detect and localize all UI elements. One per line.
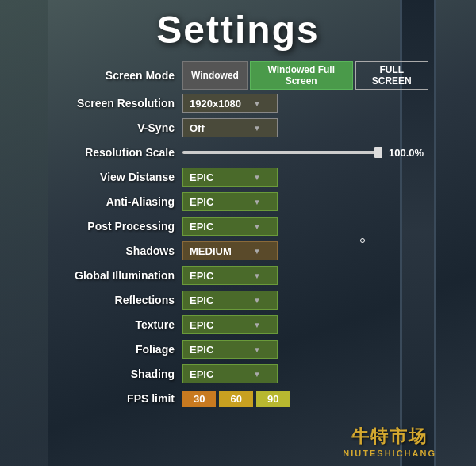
fps-limit-row: FPS limit 30 60 90 — [48, 387, 428, 410]
foliage-label: Foliage — [48, 343, 182, 356]
texture-dropdown[interactable]: EPIC ▼ — [182, 315, 278, 334]
watermark-cn-text: 牛特市场 — [343, 425, 436, 449]
post-processing-value: EPIC — [190, 221, 213, 233]
vsync-value: Off — [190, 122, 205, 134]
view-distance-row: View Distanse EPIC ▼ — [48, 166, 428, 188]
screen-mode-row: Screen Mode Windowed Windowed Full Scree… — [48, 61, 428, 90]
dropdown-arrow-icon: ▼ — [253, 321, 261, 329]
main-container: Settings Screen Mode Windowed Windowed F… — [0, 0, 476, 466]
dropdown-arrow-icon: ▼ — [253, 370, 261, 379]
fps-limit-control: 30 60 90 — [182, 391, 428, 407]
resolution-scale-value: 100.0% — [389, 147, 428, 159]
anti-aliasing-control: EPIC ▼ — [182, 192, 428, 211]
post-processing-dropdown[interactable]: EPIC ▼ — [182, 217, 278, 236]
screen-resolution-dropdown[interactable]: 1920x1080 ▼ — [182, 94, 278, 113]
view-distance-label: View Distanse — [48, 171, 182, 183]
vsync-label: V-Sync — [48, 121, 182, 134]
reflections-row: Reflections EPIC ▼ — [48, 289, 428, 311]
shading-value: EPIC — [190, 368, 213, 380]
resolution-scale-label: Resolution Scale — [48, 146, 182, 159]
global-illumination-control: EPIC ▼ — [182, 266, 428, 285]
page-title: Settings — [156, 8, 319, 52]
foliage-control: EPIC ▼ — [182, 340, 428, 359]
screen-mode-group: Windowed Windowed Full Screen FULL SCREE… — [182, 61, 428, 90]
post-processing-row: Post Processing EPIC ▼ — [48, 215, 428, 237]
dropdown-arrow-icon: ▼ — [253, 124, 261, 133]
dropdown-arrow-icon: ▼ — [253, 345, 261, 354]
texture-value: EPIC — [190, 319, 213, 331]
windowed-fullscreen-button[interactable]: Windowed Full Screen — [250, 61, 353, 90]
foliage-value: EPIC — [190, 344, 213, 356]
settings-panel: Screen Mode Windowed Windowed Full Scree… — [48, 61, 428, 410]
shadows-label: Shadows — [48, 245, 182, 257]
slider-fill — [182, 151, 382, 154]
screen-mode-control: Windowed Windowed Full Screen FULL SCREE… — [182, 61, 428, 90]
view-distance-value: EPIC — [190, 171, 213, 183]
reflections-dropdown[interactable]: EPIC ▼ — [182, 291, 278, 310]
fps-90-button[interactable]: 90 — [256, 391, 290, 407]
post-processing-control: EPIC ▼ — [182, 217, 428, 236]
cursor-indicator — [360, 238, 365, 243]
anti-aliasing-dropdown[interactable]: EPIC ▼ — [182, 192, 278, 211]
foliage-dropdown[interactable]: EPIC ▼ — [182, 340, 278, 359]
resolution-scale-control: 100.0% — [182, 147, 428, 159]
post-processing-label: Post Processing — [48, 220, 182, 233]
windowed-button[interactable]: Windowed — [182, 61, 248, 90]
screen-resolution-label: Screen Resolution — [48, 97, 182, 110]
fps-60-button[interactable]: 60 — [219, 391, 252, 407]
dropdown-arrow-icon: ▼ — [253, 198, 261, 206]
texture-row: Texture EPIC ▼ — [48, 314, 428, 336]
shading-dropdown[interactable]: EPIC ▼ — [182, 364, 278, 383]
global-illumination-dropdown[interactable]: EPIC ▼ — [182, 266, 278, 285]
anti-aliasing-label: Anti-Aliasing — [48, 195, 182, 208]
screen-resolution-control: 1920x1080 ▼ — [182, 94, 428, 113]
fullscreen-button[interactable]: FULL SCREEN — [355, 61, 429, 90]
global-illumination-label: Global Illumination — [48, 269, 182, 282]
dropdown-arrow-icon: ▼ — [253, 99, 261, 108]
reflections-control: EPIC ▼ — [182, 291, 428, 310]
shadows-row: Shadows MEDIUM ▼ — [48, 240, 428, 262]
dropdown-arrow-icon: ▼ — [253, 173, 261, 182]
watermark: 牛特市场 NIUTESHICHANG — [343, 425, 436, 458]
fps-limit-label: FPS limit — [48, 392, 182, 405]
texture-control: EPIC ▼ — [182, 315, 428, 334]
fps-group: 30 60 90 — [182, 391, 290, 407]
dropdown-arrow-icon: ▼ — [253, 272, 261, 280]
global-illumination-row: Global Illumination EPIC ▼ — [48, 264, 428, 287]
anti-aliasing-value: EPIC — [190, 196, 213, 208]
shading-label: Shading — [48, 368, 182, 380]
resolution-scale-slider[interactable] — [182, 151, 382, 154]
dropdown-arrow-icon: ▼ — [253, 247, 261, 256]
reflections-value: EPIC — [190, 295, 213, 306]
texture-label: Texture — [48, 318, 182, 331]
slider-thumb — [374, 147, 382, 158]
shading-control: EPIC ▼ — [182, 364, 428, 383]
shadows-dropdown[interactable]: MEDIUM ▼ — [182, 241, 278, 260]
foliage-row: Foliage EPIC ▼ — [48, 338, 428, 360]
vsync-row: V-Sync Off ▼ — [48, 117, 428, 139]
screen-mode-label: Screen Mode — [48, 69, 182, 82]
vsync-control: Off ▼ — [182, 118, 428, 137]
global-illumination-value: EPIC — [190, 270, 213, 282]
fps-30-button[interactable]: 30 — [182, 391, 216, 407]
screen-resolution-value: 1920x1080 — [190, 98, 241, 110]
dropdown-arrow-icon: ▼ — [253, 222, 261, 231]
screen-resolution-row: Screen Resolution 1920x1080 ▼ — [48, 92, 428, 114]
vsync-dropdown[interactable]: Off ▼ — [182, 118, 278, 137]
reflections-label: Reflections — [48, 294, 182, 306]
shading-row: Shading EPIC ▼ — [48, 363, 428, 385]
shadows-control: MEDIUM ▼ — [182, 241, 428, 260]
view-distance-control: EPIC ▼ — [182, 168, 428, 187]
dropdown-arrow-icon: ▼ — [253, 296, 261, 305]
watermark-en-text: NIUTESHICHANG — [343, 449, 436, 458]
anti-aliasing-row: Anti-Aliasing EPIC ▼ — [48, 191, 428, 213]
resolution-scale-row: Resolution Scale 100.0% — [48, 141, 428, 164]
shadows-value: MEDIUM — [190, 245, 232, 257]
view-distance-dropdown[interactable]: EPIC ▼ — [182, 168, 278, 187]
